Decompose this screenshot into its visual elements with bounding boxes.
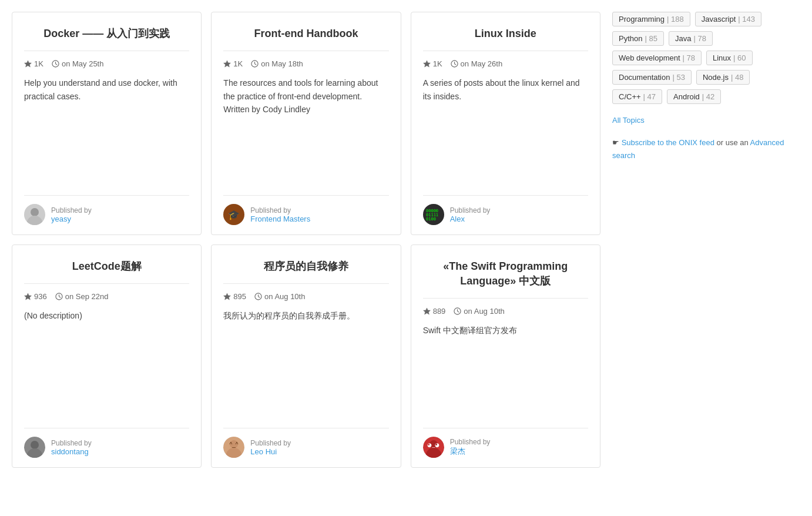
svg-point-26 [31, 441, 39, 449]
tag-count: | 85 [645, 34, 657, 43]
tag-count: | 60 [733, 53, 746, 62]
card-footer: ^_^ Published by Leo Hui [223, 428, 388, 458]
star-count: 1K [24, 59, 43, 68]
tag-node-js[interactable]: Node.js | 48 [696, 70, 750, 85]
star-count: 1K [423, 59, 442, 68]
published-by-label: Published by [250, 206, 310, 215]
publisher-info: Published by Frontend Masters [250, 206, 310, 223]
tag-label: Javascript [702, 15, 736, 24]
tag-linux[interactable]: Linux | 60 [706, 51, 753, 65]
clock-icon [251, 60, 259, 68]
published-by-label: Published by [51, 206, 92, 215]
tag-javascript[interactable]: Javascript | 143 [695, 12, 761, 26]
tag-count: | 143 [738, 15, 755, 24]
svg-line-10 [255, 64, 257, 65]
date-item: on May 25th [52, 59, 104, 68]
tag-count: | 53 [672, 73, 685, 82]
star-value: 1K [433, 59, 442, 68]
date-value: on Sep 22nd [65, 292, 109, 301]
star-icon [223, 293, 231, 300]
feed-section: ☛ Subscribe to the ONIX feed or use an A… [612, 136, 800, 162]
card-title: LeetCode题解 [24, 259, 189, 274]
svg-line-30 [259, 297, 260, 298]
clock-icon [55, 293, 63, 300]
book-card-swift: «The Swift Programming Language» 中文版 889… [411, 244, 600, 468]
svg-marker-34 [423, 308, 430, 314]
date-value: on Aug 10th [464, 307, 504, 316]
book-card-leetcode: LeetCode题解 936 on Sep 22nd (No descripti… [12, 244, 202, 468]
date-value: on May 18th [261, 59, 303, 68]
star-count: 936 [24, 292, 47, 301]
card-footer: 00000011110100 Published by Alex [423, 195, 588, 225]
date-item: on Aug 10th [254, 292, 305, 301]
feed-middle-text: or use an [714, 138, 750, 147]
tag-label: Programming [619, 15, 665, 24]
card-title: Docker —— 从入门到实践 [24, 26, 189, 41]
star-value: 1K [34, 59, 43, 68]
svg-marker-27 [224, 293, 231, 300]
tag-label: Web development [619, 53, 680, 62]
svg-point-6 [31, 208, 39, 216]
date-item: on Sep 22nd [55, 292, 109, 301]
card-divider [24, 283, 189, 284]
publisher-avatar: 00000011110100 [423, 204, 444, 225]
sidebar: Programming | 188Javascript | 143Python … [612, 12, 800, 468]
card-divider [223, 51, 388, 51]
tag-count: | 78 [693, 34, 706, 43]
card-description: The resources and tools for learning abo… [223, 76, 388, 195]
svg-line-3 [55, 64, 57, 65]
publisher-info: Published by Alex [450, 206, 491, 223]
card-divider [423, 51, 588, 51]
card-meta: 936 on Sep 22nd [24, 292, 189, 301]
tag-count: | 78 [683, 53, 695, 62]
book-card-frontend-handbook: Front-end Handbook 1K on May 18th The re… [211, 12, 401, 235]
rss-icon: ☛ [612, 138, 622, 147]
svg-marker-13 [423, 61, 430, 67]
star-icon [423, 307, 431, 315]
svg-marker-7 [224, 61, 231, 67]
tag-web-development[interactable]: Web development | 78 [612, 51, 702, 65]
card-divider [24, 51, 189, 51]
publisher-avatar: 🎓 [223, 204, 244, 225]
tag-c-c--[interactable]: C/C++ | 47 [612, 89, 662, 104]
card-description: (No description) [24, 309, 189, 428]
card-meta: 1K on May 26th [423, 59, 588, 68]
clock-icon [451, 60, 458, 68]
card-divider [423, 298, 588, 299]
tag-label: Node.js [703, 73, 729, 82]
svg-line-37 [458, 311, 459, 313]
tag-python[interactable]: Python | 85 [612, 31, 664, 46]
publisher-avatar: ◕_◕ [423, 437, 444, 458]
tag-android[interactable]: Android | 42 [667, 89, 721, 104]
date-value: on Aug 10th [264, 292, 305, 301]
tag-label: Python [619, 34, 642, 43]
tag-count: | 47 [643, 92, 656, 101]
tag-programming[interactable]: Programming | 188 [612, 12, 690, 26]
star-icon [24, 293, 32, 300]
svg-text:^_^: ^_^ [230, 441, 239, 448]
published-by-label: Published by [450, 438, 491, 446]
clock-icon [454, 307, 461, 315]
publisher-link[interactable]: Frontend Masters [250, 215, 310, 223]
svg-marker-0 [25, 61, 32, 67]
card-title: Linux Inside [423, 26, 588, 41]
book-card-chengxuyuan: 程序员的自我修养 895 on Aug 10th 我所认为的程序员的自我养成手册… [211, 244, 401, 468]
star-icon [223, 60, 231, 68]
publisher-link[interactable]: siddontang [51, 447, 92, 456]
publisher-link[interactable]: yeasy [51, 215, 92, 223]
all-topics-link[interactable]: All Topics [612, 116, 800, 125]
publisher-link[interactable]: Leo Hui [250, 447, 291, 456]
date-value: on May 25th [62, 59, 104, 68]
publisher-link[interactable]: 梁杰 [450, 446, 491, 457]
tag-java[interactable]: Java | 78 [669, 31, 713, 46]
tag-label: Documentation [619, 73, 670, 82]
publisher-link[interactable]: Alex [450, 215, 491, 223]
date-item: on May 18th [251, 59, 303, 68]
publisher-avatar [24, 437, 45, 458]
card-meta: 895 on Aug 10th [223, 292, 388, 301]
tag-documentation[interactable]: Documentation | 53 [612, 70, 692, 85]
onix-feed-link[interactable]: Subscribe to the ONIX feed [622, 138, 714, 147]
svg-text:◕_◕: ◕_◕ [427, 442, 439, 448]
date-item: on May 26th [451, 59, 503, 68]
clock-icon [254, 293, 262, 300]
